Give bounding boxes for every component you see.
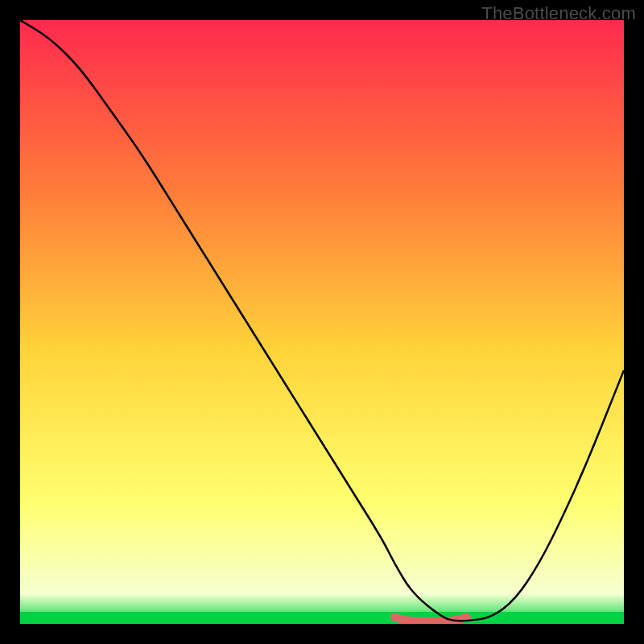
green-bottom-band xyxy=(20,612,624,624)
chart-container: TheBottleneck.com xyxy=(0,0,644,644)
chart-svg xyxy=(20,20,624,624)
watermark-text: TheBottleneck.com xyxy=(481,3,636,24)
plot-area xyxy=(20,20,624,624)
